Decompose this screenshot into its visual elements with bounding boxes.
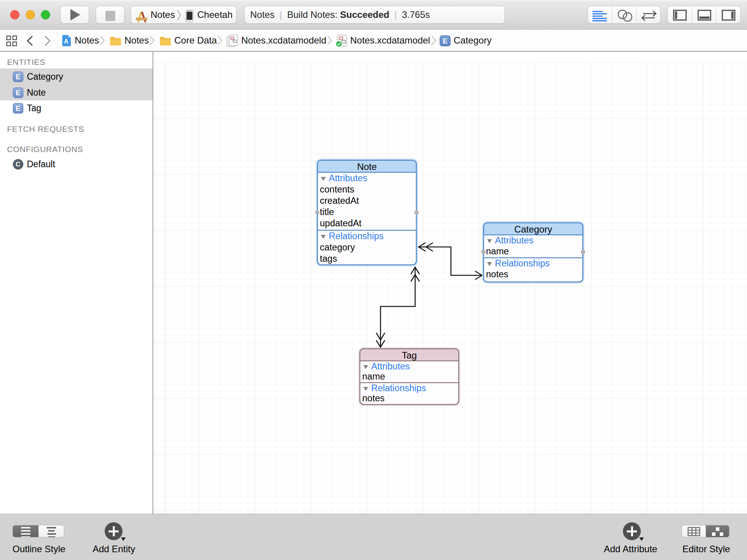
- svg-text:A: A: [64, 38, 68, 45]
